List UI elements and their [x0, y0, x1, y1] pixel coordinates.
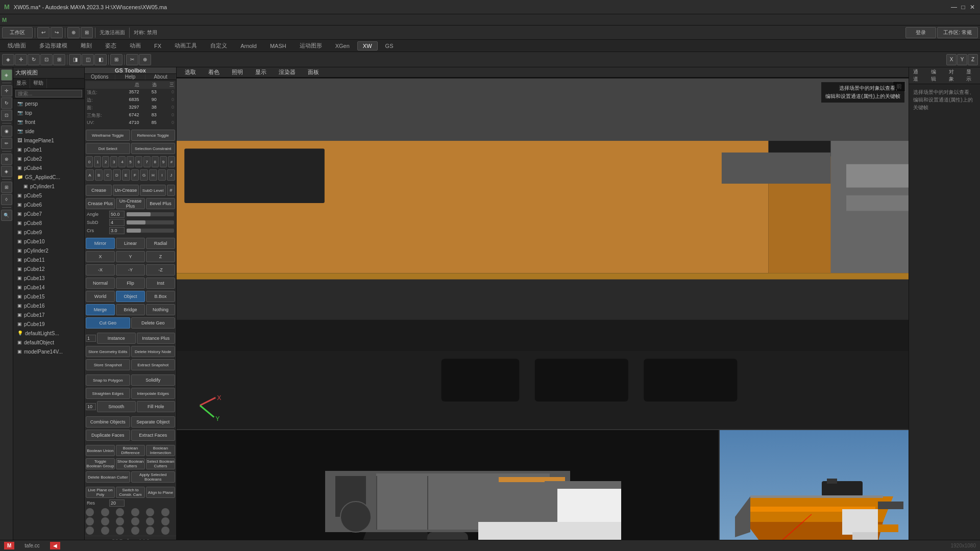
swatch-17[interactable]	[146, 527, 154, 535]
instance-plus-btn[interactable]: Instance Plus	[137, 333, 176, 344]
outliner-item-modelpane[interactable]: ▣modelPane14V...	[13, 347, 84, 356]
store-geo-edits-btn[interactable]: Store Geometry Edits	[86, 346, 130, 357]
viewport-bottom-right[interactable]	[720, 430, 909, 540]
swatch-11[interactable]	[146, 517, 154, 525]
tab-anim-tools[interactable]: 动画工具	[169, 40, 203, 51]
z-btn[interactable]: Z	[146, 251, 175, 262]
outliner-item-side[interactable]: 📷side	[13, 127, 84, 136]
separate-object-btn[interactable]: Separate Object	[131, 416, 176, 428]
tool-grid[interactable]: ⊞	[110, 54, 122, 65]
num-1-btn[interactable]: 1	[94, 156, 101, 167]
scale-tool[interactable]: ⊡	[1, 110, 12, 121]
tool-universal[interactable]: ⊞	[53, 54, 65, 65]
outliner-item-pcube1[interactable]: ▣pCube1	[13, 145, 84, 154]
outliner-item-pcylinder1[interactable]: ▣pCylinder1	[13, 182, 84, 191]
attr-tab-object[interactable]: 对象	[945, 67, 963, 84]
outliner-item-defaultobject[interactable]: ▣defaultObject	[13, 338, 84, 347]
num-0-btn[interactable]: 0	[86, 156, 93, 167]
wireframe-toggle-btn[interactable]: Wireframe Toggle	[86, 130, 130, 141]
straighten-edges-btn[interactable]: Straighten Edges	[86, 388, 130, 399]
tab-sculpt[interactable]: 雕刻	[75, 40, 97, 51]
num-7-btn[interactable]: 7	[143, 156, 151, 167]
swatch-6[interactable]	[161, 508, 169, 516]
num-6-btn[interactable]: 6	[135, 156, 142, 167]
tool-extrude[interactable]: ◨	[69, 54, 81, 65]
object-btn[interactable]: Object	[116, 291, 145, 302]
x-btn[interactable]: X	[86, 251, 115, 262]
live-plane-btn[interactable]: Live Plane on Poly	[86, 487, 115, 498]
snap-to-polygon-btn[interactable]: Snap to Polygon	[86, 374, 130, 386]
close-button[interactable]: ✕	[969, 4, 976, 11]
outliner-search-input[interactable]	[15, 90, 82, 97]
deform-tool[interactable]: ⊞	[1, 182, 12, 193]
toolbar-magnet[interactable]: ⊞	[81, 27, 93, 38]
outliner-item-pcube5[interactable]: ▣pCube5	[13, 191, 84, 200]
swatch-9[interactable]	[116, 517, 124, 525]
outliner-item-pcube12[interactable]: ▣pCube12	[13, 264, 84, 273]
crs-slider[interactable]	[127, 229, 174, 233]
normal-btn[interactable]: Normal	[86, 278, 115, 289]
btn-c[interactable]: C	[104, 169, 112, 181]
swatch-5[interactable]	[146, 508, 154, 516]
outliner-item-pcube17[interactable]: ▣pCube17	[13, 310, 84, 319]
num-2-btn[interactable]: 2	[102, 156, 109, 167]
swatch-14[interactable]	[101, 527, 109, 535]
outliner-item-pcube11[interactable]: ▣pCube11	[13, 255, 84, 264]
swatch-3[interactable]	[116, 508, 124, 516]
workspace-btn[interactable]: 工作区: 常规	[937, 27, 978, 38]
paint-select[interactable]: ◈	[1, 166, 12, 177]
tool-camera[interactable]: X	[946, 54, 957, 65]
extract-snapshot-btn[interactable]: Extract Snapshot	[131, 359, 176, 370]
btn-d[interactable]: D	[113, 169, 121, 181]
y-btn[interactable]: Y	[116, 251, 145, 262]
attr-tab-display[interactable]: 显示	[962, 67, 980, 84]
tab-pose[interactable]: 姿态	[100, 40, 122, 51]
vp-menu-renderer[interactable]: 渲染器	[275, 67, 300, 77]
outliner-item-top[interactable]: 📷top	[13, 108, 84, 117]
vp-menu-select[interactable]: 选取	[181, 67, 200, 77]
tab-anim[interactable]: 动画	[124, 40, 146, 51]
subd-level-btn[interactable]: SubD Level	[140, 185, 166, 196]
tab-gs[interactable]: GS	[380, 41, 399, 51]
outliner-tab-help[interactable]: 帮助	[30, 79, 47, 88]
outliner-item-front[interactable]: 📷front	[13, 117, 84, 127]
align-to-plane-btn[interactable]: Align to Plane	[146, 487, 175, 498]
swatch-4[interactable]	[131, 508, 139, 516]
radial-btn[interactable]: Radial	[146, 238, 175, 249]
fill-hole-btn[interactable]: Fill Hole	[137, 401, 176, 412]
outliner-item-persp[interactable]: 📷persp	[13, 99, 84, 108]
outliner-item-pcube16[interactable]: ▣pCube16	[13, 301, 84, 310]
duplicate-faces-btn[interactable]: Duplicate Faces	[86, 430, 130, 441]
crs-input[interactable]	[109, 227, 125, 234]
crease-btn[interactable]: Crease	[86, 185, 112, 196]
outliner-item-pcube9[interactable]: ▣pCube9	[13, 228, 84, 237]
outliner-item-pcylinder2[interactable]: ▣pCylinder2	[13, 246, 84, 255]
neg-x-btn[interactable]: -X	[86, 264, 115, 276]
crease-plus-btn[interactable]: Crease Plus	[86, 198, 115, 209]
sculpt-tool[interactable]: ◊	[1, 194, 12, 205]
swatch-1[interactable]	[86, 508, 94, 516]
toolbar-btn-1[interactable]: 工作区	[2, 27, 33, 38]
outliner-item-pcube8[interactable]: ▣pCube8	[13, 218, 84, 228]
tool-camera-y[interactable]: Y	[957, 54, 967, 65]
tool-bridge[interactable]: ◧	[94, 54, 107, 65]
tab-mash[interactable]: MASH	[264, 41, 292, 51]
btn-j[interactable]: J	[167, 169, 175, 181]
minimize-button[interactable]: —	[950, 4, 958, 11]
selection-constraint-btn[interactable]: Selection Constraint	[131, 143, 176, 154]
vp-menu-lighting[interactable]: 照明	[228, 67, 247, 77]
swatch-13[interactable]	[86, 527, 94, 535]
swatch-7[interactable]	[86, 517, 94, 525]
select-tool[interactable]: ◈	[1, 69, 12, 81]
merge-btn[interactable]: Merge	[86, 304, 115, 315]
gs-tab-help[interactable]: Help	[115, 74, 146, 80]
switch-constr-cam-btn[interactable]: Switch to Constr. Cam	[116, 487, 145, 498]
btn-g[interactable]: G	[140, 169, 148, 181]
delete-history-btn[interactable]: Delete History Node	[131, 346, 176, 357]
outliner-item-defaultlights[interactable]: 💡defaultLightS...	[13, 329, 84, 338]
swatch-2[interactable]	[101, 508, 109, 516]
hash-btn[interactable]: #	[168, 156, 175, 167]
tool-scale[interactable]: ⊡	[40, 54, 53, 65]
bool-diff-btn[interactable]: Boolean Difference	[116, 445, 145, 456]
angle-input[interactable]	[109, 211, 125, 218]
